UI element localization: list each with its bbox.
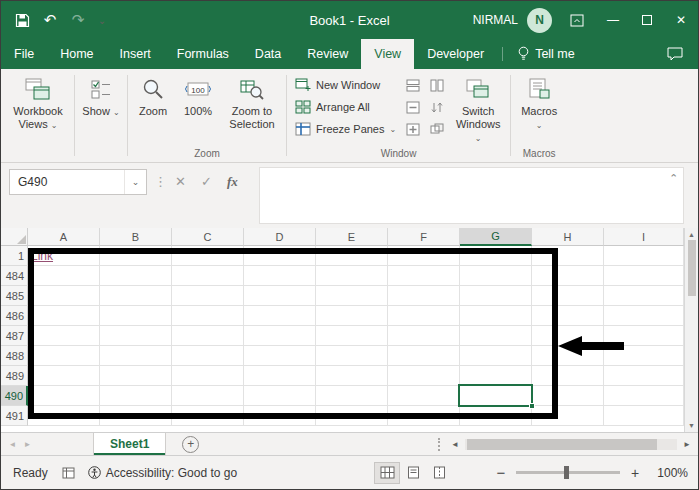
cell-B488[interactable] xyxy=(100,346,172,366)
cell-D485[interactable] xyxy=(244,286,316,306)
cell-H485[interactable] xyxy=(532,286,604,306)
row-header-485[interactable]: 485 xyxy=(1,286,28,306)
page-layout-view-button[interactable] xyxy=(400,462,426,484)
cell-G487[interactable] xyxy=(460,326,532,346)
scroll-up-icon[interactable]: ▲ xyxy=(688,228,695,240)
cancel-button[interactable]: ✕ xyxy=(175,174,186,189)
unhide-button[interactable] xyxy=(401,119,425,139)
name-box[interactable]: G490 ⌄ xyxy=(9,169,147,195)
cell-F491[interactable] xyxy=(388,406,460,426)
cell-G1[interactable] xyxy=(460,246,532,266)
cell-F1[interactable] xyxy=(388,246,460,266)
cell-A488[interactable] xyxy=(28,346,100,366)
minimize-button[interactable]: — xyxy=(596,1,630,39)
cell-C1[interactable] xyxy=(172,246,244,266)
cell-H1[interactable] xyxy=(532,246,604,266)
new-sheet-button[interactable]: + xyxy=(182,436,199,453)
cell-H491[interactable] xyxy=(532,406,604,426)
cell-G485[interactable] xyxy=(460,286,532,306)
cell-I486[interactable] xyxy=(604,306,684,326)
cell-A491[interactable] xyxy=(28,406,100,426)
record-macro-button[interactable] xyxy=(62,467,75,479)
cell-B484[interactable] xyxy=(100,266,172,286)
enter-button[interactable]: ✓ xyxy=(201,174,212,189)
cell-E1[interactable] xyxy=(316,246,388,266)
cell-C491[interactable] xyxy=(172,406,244,426)
horizontal-scroll-thumb[interactable] xyxy=(467,439,657,450)
cell-F490[interactable] xyxy=(388,386,460,406)
save-button[interactable] xyxy=(9,7,35,33)
tab-view[interactable]: View xyxy=(361,39,414,69)
zoom-to-selection-button[interactable]: Zoom to Selection xyxy=(221,71,283,131)
tab-insert[interactable]: Insert xyxy=(107,39,164,69)
row-header-488[interactable]: 488 xyxy=(1,346,28,366)
cell-H488[interactable] xyxy=(532,346,604,366)
cell-A484[interactable] xyxy=(28,266,100,286)
cell-A489[interactable] xyxy=(28,366,100,386)
select-all-corner[interactable] xyxy=(1,228,28,246)
row-header-489[interactable]: 489 xyxy=(1,366,28,386)
cell-D491[interactable] xyxy=(244,406,316,426)
ribbon-display-options-button[interactable] xyxy=(564,7,590,33)
cell-G488[interactable] xyxy=(460,346,532,366)
cell-A487[interactable] xyxy=(28,326,100,346)
cell-D490[interactable] xyxy=(244,386,316,406)
cell-F486[interactable] xyxy=(388,306,460,326)
cell-B491[interactable] xyxy=(100,406,172,426)
zoom-button[interactable]: Zoom xyxy=(131,71,175,118)
row-header-491[interactable]: 491 xyxy=(1,406,28,426)
hide-button[interactable] xyxy=(401,97,425,117)
customize-qat-button[interactable]: ⌄ xyxy=(93,7,111,33)
cell-E488[interactable] xyxy=(316,346,388,366)
cell-F485[interactable] xyxy=(388,286,460,306)
cell-C486[interactable] xyxy=(172,306,244,326)
collapse-formula-bar-icon[interactable]: ⌄ xyxy=(669,171,678,184)
vertical-scroll-thumb[interactable] xyxy=(688,240,696,296)
cell-A485[interactable] xyxy=(28,286,100,306)
column-header-C[interactable]: C xyxy=(172,228,244,246)
horizontal-scrollbar[interactable] xyxy=(465,439,677,450)
normal-view-button[interactable] xyxy=(374,462,400,484)
sheet-nav-left-icon[interactable]: ◄ xyxy=(5,433,20,455)
cell-H490[interactable] xyxy=(532,386,604,406)
row-header-484[interactable]: 484 xyxy=(1,266,28,286)
column-header-F[interactable]: F xyxy=(388,228,460,246)
cell-A486[interactable] xyxy=(28,306,100,326)
column-header-D[interactable]: D xyxy=(244,228,316,246)
cell-F484[interactable] xyxy=(388,266,460,286)
hscroll-right-icon[interactable]: ► xyxy=(679,440,695,449)
comments-button[interactable] xyxy=(652,39,698,69)
cell-G489[interactable] xyxy=(460,366,532,386)
cell-I488[interactable] xyxy=(604,346,684,366)
cell-D488[interactable] xyxy=(244,346,316,366)
cell-F488[interactable] xyxy=(388,346,460,366)
cell-I484[interactable] xyxy=(604,266,684,286)
cell-B486[interactable] xyxy=(100,306,172,326)
column-header-G[interactable]: G xyxy=(460,228,532,246)
cell-G484[interactable] xyxy=(460,266,532,286)
cell-value-A1[interactable]: Link xyxy=(31,249,53,263)
cell-H487[interactable] xyxy=(532,326,604,346)
cell-E484[interactable] xyxy=(316,266,388,286)
cell-I1[interactable] xyxy=(604,246,684,266)
cell-A490[interactable] xyxy=(28,386,100,406)
cell-D489[interactable] xyxy=(244,366,316,386)
zoom-out-button[interactable]: − xyxy=(490,464,512,481)
cell-D487[interactable] xyxy=(244,326,316,346)
column-header-A[interactable]: A xyxy=(28,228,100,246)
vertical-scrollbar[interactable]: ▲ ▼ xyxy=(684,228,698,432)
cell-E487[interactable] xyxy=(316,326,388,346)
tab-file[interactable]: File xyxy=(1,39,47,69)
tell-me-button[interactable]: Tell me xyxy=(508,39,585,69)
switch-windows-button[interactable]: Switch Windows ⌄ xyxy=(449,71,507,145)
row-header-487[interactable]: 487 xyxy=(1,326,28,346)
accessibility-status[interactable]: Accessibility: Good to go xyxy=(88,466,237,480)
arrange-all-button[interactable]: Arrange All xyxy=(290,97,401,117)
freeze-panes-button[interactable]: Freeze Panes ⌄ xyxy=(290,119,401,139)
reset-window-position-button[interactable] xyxy=(425,119,449,139)
cell-E490[interactable] xyxy=(316,386,388,406)
cell-C489[interactable] xyxy=(172,366,244,386)
cell-I485[interactable] xyxy=(604,286,684,306)
row-header-490[interactable]: 490 xyxy=(1,386,28,406)
cell-D1[interactable] xyxy=(244,246,316,266)
